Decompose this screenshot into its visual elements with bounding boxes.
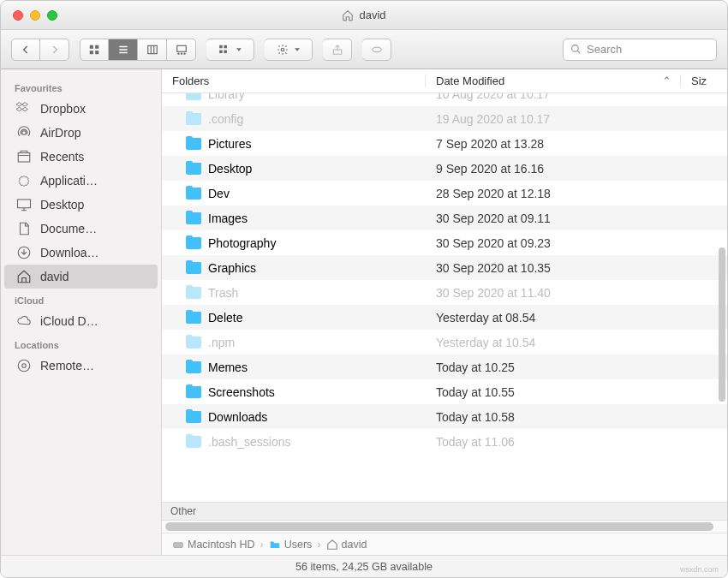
status-bar: 56 items, 24,25 GB available xyxy=(1,555,727,577)
svg-point-15 xyxy=(572,45,579,52)
file-date: 30 Sep 2020 at 11.40 xyxy=(426,286,680,300)
table-row[interactable]: .config19 Aug 2020 at 10.17 xyxy=(162,106,727,131)
table-row[interactable]: Dev28 Sep 2020 at 12.18 xyxy=(162,181,727,206)
action-button[interactable] xyxy=(265,39,313,61)
forward-button[interactable] xyxy=(40,39,69,61)
table-row[interactable]: ScreenshotsToday at 10.55 xyxy=(162,379,727,404)
table-row[interactable]: Images30 Sep 2020 at 09.11 xyxy=(162,206,727,230)
vertical-scrollbar[interactable] xyxy=(719,247,725,402)
table-row[interactable]: DownloadsToday at 10.58 xyxy=(162,404,727,429)
table-row[interactable]: Pictures7 Sep 2020 at 13.28 xyxy=(162,131,727,156)
table-row[interactable]: Photography30 Sep 2020 at 09.23 xyxy=(162,230,727,255)
zoom-icon[interactable] xyxy=(47,10,57,21)
nav-buttons xyxy=(11,39,69,61)
svg-point-8 xyxy=(183,53,184,54)
sidebar-item-remote-[interactable]: Remote… xyxy=(4,354,158,378)
svg-rect-17 xyxy=(18,153,30,163)
svg-point-21 xyxy=(22,364,27,368)
folder-icon xyxy=(186,262,201,274)
file-date: Today at 10.58 xyxy=(426,410,680,424)
gallery-view-button[interactable] xyxy=(167,39,196,61)
folder-icon xyxy=(269,539,281,551)
airdrop-icon xyxy=(16,125,32,140)
column-folders[interactable]: Folders xyxy=(162,74,426,87)
sidebar-item-desktop[interactable]: Desktop xyxy=(4,193,158,217)
folder-icon xyxy=(186,312,201,324)
folder-icon xyxy=(186,188,201,200)
table-row[interactable]: Trash30 Sep 2020 at 11.40 xyxy=(162,280,727,305)
file-name: Photography xyxy=(208,236,276,250)
chevron-right-icon: › xyxy=(260,539,264,551)
group-by-button[interactable] xyxy=(206,39,254,61)
file-name: Pictures xyxy=(208,137,252,151)
svg-point-6 xyxy=(177,53,178,54)
folder-icon xyxy=(186,287,201,299)
folder-icon xyxy=(186,113,201,125)
file-name: .config xyxy=(208,112,243,126)
file-date: 7 Sep 2020 at 13.28 xyxy=(426,137,680,151)
table-row[interactable]: MemesToday at 10.25 xyxy=(162,355,727,379)
file-date: 9 Sep 2020 at 16.16 xyxy=(426,162,680,176)
horizontal-scrollbar[interactable] xyxy=(162,521,727,533)
svg-rect-2 xyxy=(90,51,93,54)
svg-rect-1 xyxy=(95,45,98,48)
sidebar-item-label: Downloa… xyxy=(40,246,98,259)
desktop-icon xyxy=(16,197,32,212)
file-list: Folders Date Modified ⌃ Siz Library10 Au… xyxy=(162,69,727,555)
home-icon xyxy=(16,269,32,284)
apps-icon xyxy=(16,173,32,188)
minimize-icon[interactable] xyxy=(30,10,40,21)
column-date-modified[interactable]: Date Modified ⌃ xyxy=(426,74,680,87)
file-name: .npm xyxy=(208,336,235,349)
docs-icon xyxy=(16,221,32,236)
path-segment[interactable]: Users xyxy=(269,539,313,551)
icon-view-button[interactable] xyxy=(80,39,109,61)
sidebar-item-applicati-[interactable]: Applicati… xyxy=(4,169,158,193)
sidebar-item-recents[interactable]: Recents xyxy=(4,145,158,169)
share-button[interactable] xyxy=(323,39,352,61)
sidebar-item-david[interactable]: david xyxy=(4,265,158,289)
svg-point-7 xyxy=(181,53,182,54)
back-button[interactable] xyxy=(11,39,40,61)
file-name: Library xyxy=(208,93,245,101)
sidebar-item-icloud-d-[interactable]: iCloud D… xyxy=(4,309,158,333)
file-date: 30 Sep 2020 at 09.11 xyxy=(426,212,680,225)
svg-rect-9 xyxy=(219,45,222,48)
sidebar-item-label: Docume… xyxy=(40,222,97,235)
path-segment[interactable]: Macintosh HD xyxy=(172,539,255,551)
file-date: Today at 10.25 xyxy=(426,361,680,374)
group-header-other[interactable]: Other xyxy=(162,502,727,521)
sidebar-item-downloa-[interactable]: Downloa… xyxy=(4,241,158,265)
file-name: Screenshots xyxy=(208,385,275,399)
group-by xyxy=(206,39,254,61)
sidebar-item-docume-[interactable]: Docume… xyxy=(4,217,158,241)
table-row[interactable]: Library10 Aug 2020 at 10.17 xyxy=(162,93,727,106)
table-row[interactable]: Graphics30 Sep 2020 at 10.35 xyxy=(162,255,727,280)
table-row[interactable]: .npmYesterday at 10.54 xyxy=(162,330,727,355)
table-row[interactable]: .bash_sessionsToday at 11.06 xyxy=(162,429,727,454)
file-date: 19 Aug 2020 at 10.17 xyxy=(426,112,680,126)
sidebar-item-airdrop[interactable]: AirDrop xyxy=(4,121,158,145)
folder-icon xyxy=(186,361,201,373)
sidebar-item-label: Remote… xyxy=(40,359,94,372)
column-size[interactable]: Siz xyxy=(680,74,727,87)
svg-point-13 xyxy=(281,48,284,51)
table-row[interactable]: DeleteYesterday at 08.54 xyxy=(162,305,727,330)
list-view-button[interactable] xyxy=(109,39,138,61)
column-view-button[interactable] xyxy=(138,39,167,61)
sidebar-item-dropbox[interactable]: Dropbox xyxy=(4,97,158,121)
path-segment[interactable]: david xyxy=(326,539,367,551)
sidebar-item-label: iCloud D… xyxy=(40,314,98,328)
sidebar-item-label: Recents xyxy=(40,150,84,164)
sidebar-heading: Locations xyxy=(1,333,161,354)
sidebar-item-label: Applicati… xyxy=(40,174,98,188)
folder-icon xyxy=(186,93,201,100)
search-icon xyxy=(570,44,582,55)
download-icon xyxy=(16,245,32,260)
sidebar-heading: Favourites xyxy=(1,76,161,97)
search-field[interactable]: Search xyxy=(563,39,717,61)
dropbox-icon xyxy=(16,101,32,116)
tags-button[interactable] xyxy=(362,39,391,61)
table-row[interactable]: Desktop9 Sep 2020 at 16.16 xyxy=(162,156,727,181)
close-icon[interactable] xyxy=(13,10,23,21)
